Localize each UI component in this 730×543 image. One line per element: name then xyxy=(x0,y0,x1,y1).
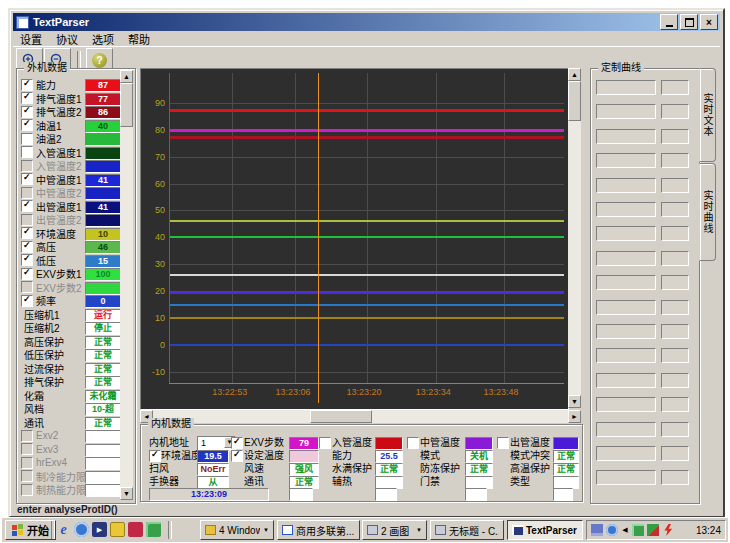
custom-curve-value-field[interactable] xyxy=(661,446,689,461)
outdoor-data-list: ✓能力87✓排气温度177✓排气温度286✓油温140油温2入管温度1入管温度2… xyxy=(19,78,121,497)
custom-curve-field[interactable] xyxy=(596,300,656,315)
custom-curve-field[interactable] xyxy=(596,446,656,461)
scrollbar-thumb[interactable] xyxy=(568,81,581,121)
checkbox[interactable]: ✓ xyxy=(21,268,33,280)
checkbox[interactable] xyxy=(407,437,419,449)
custom-curve-field[interactable] xyxy=(596,397,656,412)
custom-curve-value-field[interactable] xyxy=(661,129,689,144)
custom-curve-field[interactable] xyxy=(596,80,656,95)
menu-settings[interactable]: 设置 xyxy=(13,31,49,47)
tab-realtime-curve[interactable]: 实时曲线 xyxy=(699,163,716,261)
media-player-icon[interactable] xyxy=(92,522,107,537)
checkbox[interactable] xyxy=(21,133,33,145)
scroll-down-button[interactable]: ▼ xyxy=(568,395,581,408)
msn-tray-icon[interactable] xyxy=(606,524,618,536)
msn-icon[interactable] xyxy=(74,522,89,537)
custom-curve-field[interactable] xyxy=(596,470,656,485)
custom-curve-value-field[interactable] xyxy=(661,373,689,388)
checkbox[interactable]: ✓ xyxy=(21,254,33,266)
custom-curve-field[interactable] xyxy=(596,129,656,144)
checkbox[interactable]: ✓ xyxy=(21,92,33,104)
checkbox[interactable] xyxy=(319,437,331,449)
menu-help[interactable]: 帮助 xyxy=(121,31,157,47)
custom-curve-field[interactable] xyxy=(596,226,656,241)
chevron-down-icon[interactable]: ▼ xyxy=(416,527,422,533)
checkbox[interactable]: ✓ xyxy=(21,200,33,212)
chart-vscrollbar[interactable]: ▲ ▼ xyxy=(568,68,581,408)
network-icon[interactable] xyxy=(632,524,644,536)
scroll-up-button[interactable]: ▲ xyxy=(120,70,133,83)
checkbox[interactable]: ✓ xyxy=(149,450,161,462)
task-button-1[interactable]: 4 Windows...▼ xyxy=(200,520,274,540)
outdoor-scrollbar[interactable]: ▲ ▼ xyxy=(120,70,133,500)
custom-curve-field[interactable] xyxy=(596,324,656,339)
security-icon[interactable] xyxy=(647,524,659,536)
task-button-3[interactable]: 2 画图▼ xyxy=(362,520,427,540)
checkbox[interactable] xyxy=(497,437,509,449)
checkbox[interactable]: ✓ xyxy=(21,295,33,307)
start-button[interactable]: 开始 xyxy=(5,520,56,540)
chart-hscrollbar[interactable]: ◄ ► xyxy=(140,410,581,423)
menu-protocol[interactable]: 协议 xyxy=(49,31,85,47)
custom-curve-value-field[interactable] xyxy=(661,348,689,363)
checkbox[interactable]: ✓ xyxy=(21,79,33,91)
outdoor-item-row: 压缩机1运行 xyxy=(19,308,121,322)
custom-curve-field[interactable] xyxy=(596,348,656,363)
checkbox[interactable] xyxy=(21,146,33,158)
menu-options[interactable]: 选项 xyxy=(85,31,121,47)
restore-button[interactable] xyxy=(680,14,698,30)
checkbox[interactable]: ✓ xyxy=(21,119,33,131)
chart-cursor-line[interactable] xyxy=(318,73,319,403)
custom-curve-value-field[interactable] xyxy=(661,251,689,266)
custom-curve-field[interactable] xyxy=(596,422,656,437)
ie-icon[interactable] xyxy=(56,522,71,537)
custom-curve-field[interactable] xyxy=(596,178,656,193)
custom-curve-value-field[interactable] xyxy=(661,397,689,412)
task-button-4[interactable]: 无标题 - C... xyxy=(430,520,504,540)
mail-icon[interactable] xyxy=(110,522,125,537)
checkbox[interactable]: ✓ xyxy=(21,227,33,239)
custom-curve-value-field[interactable] xyxy=(661,300,689,315)
custom-curve-value-field[interactable] xyxy=(661,178,689,193)
custom-curve-field[interactable] xyxy=(596,251,656,266)
custom-curve-field[interactable] xyxy=(596,202,656,217)
show-hidden-icon[interactable] xyxy=(621,524,629,536)
checkbox[interactable]: ✓ xyxy=(231,437,243,449)
realplayer-icon[interactable] xyxy=(128,522,143,537)
custom-curve-value-field[interactable] xyxy=(661,275,689,290)
custom-curve-value-field[interactable] xyxy=(661,470,689,485)
custom-curve-value-field[interactable] xyxy=(661,202,689,217)
outdoor-item-row: 化霜未化霜 xyxy=(19,389,121,403)
custom-curve-value-field[interactable] xyxy=(661,104,689,119)
thunder-icon[interactable] xyxy=(662,524,674,536)
minimize-button[interactable] xyxy=(660,14,678,30)
scrollbar-thumb[interactable] xyxy=(310,410,372,423)
scroll-down-button[interactable]: ▼ xyxy=(120,487,133,500)
chart-area[interactable]: 9080706050403020100-1013:22:5313:23:0613… xyxy=(140,68,569,410)
scrollbar-thumb[interactable] xyxy=(120,83,133,127)
custom-curve-value-field[interactable] xyxy=(661,226,689,241)
custom-curve-field[interactable] xyxy=(596,373,656,388)
green-app-icon[interactable] xyxy=(146,522,161,537)
custom-curve-value-field[interactable] xyxy=(661,153,689,168)
custom-curve-field[interactable] xyxy=(596,275,656,290)
custom-curve-value-field[interactable] xyxy=(661,80,689,95)
checkbox[interactable]: ✓ xyxy=(21,241,33,253)
chevron-down-icon[interactable]: ▼ xyxy=(263,527,269,533)
close-button[interactable]: × xyxy=(700,14,718,30)
checkbox[interactable]: ✓ xyxy=(21,106,33,118)
custom-curve-field[interactable] xyxy=(596,104,656,119)
custom-curve-value-field[interactable] xyxy=(661,422,689,437)
printer-icon[interactable] xyxy=(591,524,603,536)
checkbox[interactable]: ✓ xyxy=(231,450,243,462)
task-button-2[interactable]: 商用多联第... xyxy=(277,520,360,540)
system-tray: 13:24 xyxy=(586,520,726,540)
titlebar[interactable]: TextParser × xyxy=(13,13,720,31)
scroll-up-button[interactable]: ▲ xyxy=(568,68,581,81)
checkbox[interactable]: ✓ xyxy=(21,173,33,185)
custom-curve-field[interactable] xyxy=(596,153,656,168)
custom-curve-value-field[interactable] xyxy=(661,324,689,339)
scroll-right-button[interactable]: ► xyxy=(568,410,581,423)
tab-realtime-text[interactable]: 实时文本 xyxy=(699,68,716,162)
task-button-5[interactable]: TextParser xyxy=(507,520,583,540)
